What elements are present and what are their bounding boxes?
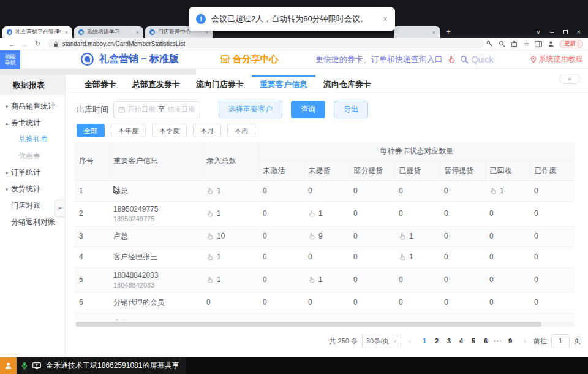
forward-icon[interactable]: → <box>18 40 31 48</box>
page-number[interactable]: 2 <box>431 337 443 345</box>
tutorial-link[interactable]: 系统使用教程 <box>530 54 583 64</box>
panel-collapse-button[interactable]: » <box>559 74 580 84</box>
search-button[interactable]: 查询 <box>291 101 325 118</box>
table-row[interactable]: 1韩总10000010 <box>75 180 575 201</box>
new-tab-button[interactable]: + <box>443 27 453 37</box>
profile-icon[interactable] <box>546 40 556 48</box>
browser-tab[interactable]: 礼盒营销平台管理中心× <box>2 26 72 38</box>
page-number[interactable]: 5 <box>467 337 480 345</box>
table-row[interactable]: 4客户经理张三10001000 <box>75 246 575 267</box>
count-cell[interactable]: 20 <box>202 313 258 320</box>
search-icon[interactable] <box>460 55 469 64</box>
tab-close-icon[interactable]: × <box>432 29 435 36</box>
content-tab[interactable]: 流向仓库券卡 <box>315 75 379 93</box>
count-cell[interactable]: 1 <box>304 201 349 226</box>
quick-filter-chip[interactable]: 本月 <box>193 124 221 137</box>
sidebar-item[interactable]: ▾订单统计 <box>0 164 65 181</box>
page-number[interactable]: 1 <box>418 337 431 345</box>
count-cell[interactable]: 1 <box>202 180 258 201</box>
participant-icon[interactable] <box>0 357 17 374</box>
bookmark-star-icon[interactable]: ☆ <box>521 40 531 48</box>
goto-page-input[interactable] <box>551 334 570 348</box>
count-cell[interactable]: 1 <box>394 246 440 267</box>
back-icon[interactable]: ← <box>5 40 18 48</box>
page-number[interactable]: 3 <box>443 337 455 345</box>
table-row[interactable]: 2189502497751895024977510100000 <box>75 201 575 226</box>
window-close-button[interactable]: × <box>572 29 586 36</box>
count-with-link[interactable]: 1 <box>399 232 440 240</box>
content-tab[interactable]: 重要客户信息 <box>252 75 315 93</box>
share-icon[interactable] <box>509 40 519 48</box>
content-tab[interactable]: 流向门店券卡 <box>188 75 252 93</box>
count-with-link[interactable]: 1 <box>206 253 258 261</box>
quick-filter-chip[interactable]: 本年度 <box>111 124 146 137</box>
table-row[interactable]: 6分销代理的会员00000000 <box>75 292 575 313</box>
count-with-link[interactable]: 10 <box>206 232 258 240</box>
horizontal-scrollbar[interactable] <box>75 322 575 327</box>
microphone-icon[interactable] <box>21 362 28 370</box>
count-cell[interactable]: 10 <box>202 226 258 246</box>
window-menu-icon[interactable]: ∨ <box>532 29 545 36</box>
toast-close-icon[interactable]: × <box>383 14 388 24</box>
quick-filter-chip[interactable]: 本周 <box>227 124 255 137</box>
page-size-select[interactable]: 30条/页 ∨ <box>362 334 401 348</box>
next-page-button[interactable]: › <box>521 337 529 345</box>
minimize-button[interactable]: – <box>545 29 559 36</box>
table-row[interactable]: 3卢总100901000 <box>75 226 575 246</box>
tab-close-icon[interactable]: × <box>65 29 68 36</box>
zoom-icon[interactable] <box>497 40 507 48</box>
sidebar-collapse-handle[interactable]: ≡ <box>55 200 65 217</box>
count-cell[interactable]: 1 <box>304 267 349 292</box>
count-cell[interactable]: 1 <box>202 246 258 267</box>
count-with-link[interactable]: 1 <box>399 253 440 261</box>
date-range-input[interactable]: 开始日期 至 结束日期 <box>113 101 200 118</box>
reload-icon[interactable]: ↻ <box>31 40 44 48</box>
sidebar-item[interactable]: ▾商品销售统计 <box>0 98 65 115</box>
sidebar-item[interactable]: ▴券卡统计 <box>0 115 65 131</box>
export-button[interactable]: 导出 <box>334 101 368 118</box>
url-bar[interactable]: standard.maboy.cn/CardMemberStatisticsLi… <box>48 39 484 48</box>
table-row[interactable]: 7唐总2018101000 <box>75 313 575 320</box>
quick-search-label[interactable]: Quick <box>472 55 494 64</box>
quick-filter-chip[interactable]: 全部 <box>77 124 105 137</box>
count-with-link[interactable]: 1 <box>206 186 258 195</box>
quick-entry-link[interactable]: 更快捷的券卡、订单和快递查询入口 Quick <box>315 54 494 65</box>
browser-tab[interactable]: 系统培训学习× <box>74 26 143 38</box>
page-number[interactable]: 9 <box>504 337 516 345</box>
count-with-link[interactable]: 1 <box>489 186 530 195</box>
count-cell[interactable]: 18 <box>258 313 304 320</box>
scrollbar-thumb[interactable] <box>76 322 541 327</box>
count-cell[interactable]: 1 <box>202 201 258 226</box>
page-number[interactable]: 4 <box>455 337 467 345</box>
side-panel-icon[interactable] <box>533 40 543 48</box>
sidebar-item[interactable]: 分销返利对账 <box>0 214 65 231</box>
sidebar-item[interactable]: 优惠券 <box>0 148 65 164</box>
count-cell[interactable]: 1 <box>485 180 530 201</box>
count-cell[interactable]: 9 <box>304 226 349 246</box>
browser-tab-partial[interactable]: × <box>394 26 440 38</box>
count-with-link[interactable]: 9 <box>308 232 349 240</box>
sidebar-item[interactable]: 兑换礼券 <box>0 131 65 148</box>
maximize-button[interactable] <box>559 29 572 36</box>
screen-share-icon[interactable] <box>32 362 41 369</box>
page-number[interactable]: 6 <box>480 337 492 345</box>
prev-page-button[interactable]: ‹ <box>405 337 414 345</box>
count-with-link[interactable]: 1 <box>206 209 258 218</box>
content-tab[interactable]: 总部直发券卡 <box>124 75 188 93</box>
count-with-link[interactable]: 1 <box>399 319 440 320</box>
count-with-link[interactable]: 18 <box>263 319 304 320</box>
count-with-link[interactable]: 1 <box>308 209 349 218</box>
count-with-link[interactable]: 20 <box>206 319 258 320</box>
count-with-link[interactable]: 1 <box>308 319 349 320</box>
table-row[interactable]: 5180488420331804884203310100000 <box>75 267 575 292</box>
count-cell[interactable]: 1 <box>304 313 349 320</box>
share-center-link[interactable]: 合分享中心 <box>221 53 279 65</box>
content-tab[interactable]: 全部券卡 <box>77 75 124 93</box>
count-cell[interactable]: 1 <box>394 226 440 246</box>
count-with-link[interactable]: 1 <box>308 275 349 284</box>
chrome-update-button[interactable]: 更新! <box>560 40 583 48</box>
key-icon[interactable] <box>484 40 494 48</box>
sidebar-item[interactable]: ▾发货统计 <box>0 181 65 197</box>
count-with-link[interactable]: 1 <box>206 275 258 284</box>
count-cell[interactable]: 1 <box>394 313 440 320</box>
